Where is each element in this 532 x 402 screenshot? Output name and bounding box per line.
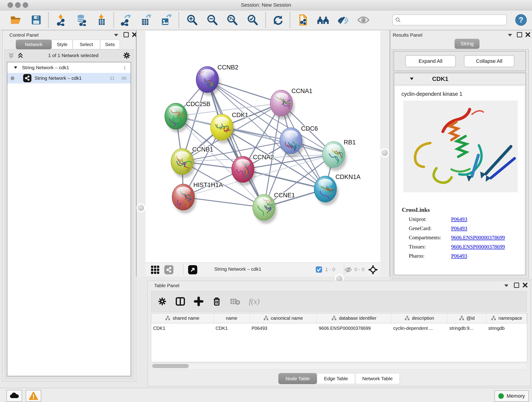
import-table-icon[interactable] xyxy=(95,13,108,26)
network-node-ccna1[interactable] xyxy=(270,90,294,119)
tree-expander-icon[interactable] xyxy=(13,65,18,70)
save-session-icon[interactable] xyxy=(30,13,43,26)
search-box[interactable] xyxy=(392,14,507,26)
network-collection-row[interactable]: String Network – cdk1 1 xyxy=(7,62,131,73)
network-node-rb1[interactable] xyxy=(322,141,347,171)
network-node-cdk1[interactable] xyxy=(210,114,235,143)
panel-float-icon[interactable] xyxy=(514,283,519,288)
table-cell[interactable]: CDK1 xyxy=(214,323,250,333)
fit-selected-crosshair-icon[interactable] xyxy=(368,265,378,274)
collapse-all-button[interactable]: Collapse All xyxy=(464,55,514,67)
network-share-icon[interactable] xyxy=(164,265,173,274)
panel-close-icon[interactable] xyxy=(525,32,530,37)
tab-string[interactable]: String xyxy=(455,39,480,49)
network-node-ccne1[interactable] xyxy=(253,194,277,224)
crosslink-link[interactable]: P06493 xyxy=(451,225,467,231)
table-row[interactable]: CDK1CDK1P064939606.ENSP00000378699cyclin… xyxy=(151,323,527,333)
zoom-out-icon[interactable] xyxy=(206,13,219,26)
network-node-ccna2[interactable] xyxy=(232,156,256,186)
crosslink-link[interactable]: P06493 xyxy=(451,216,467,222)
zoom-in-icon[interactable] xyxy=(186,13,198,26)
panel-close-icon[interactable] xyxy=(523,283,528,288)
hide-selected-eye-slash-icon[interactable] xyxy=(337,13,350,26)
collapse-section-icon[interactable] xyxy=(409,76,414,81)
network-view-canvas[interactable]: CCNB2CCNA1CDC25BCDK1CDC6RB1CCNB1CCNA2CDK… xyxy=(146,30,380,263)
network-node-ccnb2[interactable] xyxy=(196,66,220,96)
table-horizontal-scrollbar[interactable] xyxy=(151,363,527,370)
control-panel-title: Control Panel xyxy=(9,32,38,38)
apply-layout-icon[interactable] xyxy=(272,13,284,26)
network-node-cdkn1a[interactable] xyxy=(314,176,338,205)
zoom-selected-icon[interactable] xyxy=(246,13,259,26)
collapse-all-icon[interactable] xyxy=(8,52,15,59)
panel-menu-icon[interactable] xyxy=(114,34,118,36)
export-network-icon[interactable] xyxy=(120,13,133,26)
splitter-grip[interactable] xyxy=(381,150,388,156)
node-label-ccnb1: CCNB1 xyxy=(192,146,213,153)
table-cell[interactable]: CDK1 xyxy=(151,323,214,333)
add-column-icon[interactable] xyxy=(194,297,203,306)
open-session-icon[interactable] xyxy=(9,13,22,26)
column-header-name[interactable]: name xyxy=(214,313,250,323)
expand-all-icon[interactable] xyxy=(17,52,24,59)
right-splitter[interactable] xyxy=(380,30,390,277)
tab-select[interactable]: Select xyxy=(73,40,100,49)
crosslink-link[interactable]: P06493 xyxy=(451,253,467,259)
tab-style[interactable]: Style xyxy=(51,40,73,49)
zoom-fit-icon[interactable] xyxy=(226,13,239,26)
scrollbar-thumb[interactable] xyxy=(152,364,189,368)
splitter-grip[interactable] xyxy=(138,205,144,211)
network-node-cdc6[interactable] xyxy=(280,128,304,157)
expand-all-button[interactable]: Expand All xyxy=(405,55,456,67)
network-node-cdc25b[interactable] xyxy=(165,103,189,133)
split-columns-icon[interactable] xyxy=(176,297,185,306)
crosslink-link[interactable]: 9606.ENSP00000378699 xyxy=(451,235,505,241)
gear-icon[interactable] xyxy=(123,51,131,59)
tab-edge-table[interactable]: Edge Table xyxy=(317,373,355,384)
table-gear-icon[interactable] xyxy=(158,297,167,306)
tab-network-table[interactable]: Network Table xyxy=(355,373,400,384)
search-input[interactable] xyxy=(401,17,500,23)
import-network-database-icon[interactable] xyxy=(75,13,88,26)
first-neighbors-document-icon[interactable] xyxy=(297,13,309,26)
help-icon[interactable]: ? xyxy=(515,13,527,26)
memory-button[interactable]: Memory xyxy=(494,390,529,402)
birds-eye-view-icon[interactable] xyxy=(188,265,197,274)
export-table-icon[interactable] xyxy=(139,13,152,26)
table-cell[interactable]: stringdb:9... xyxy=(447,323,486,333)
column-header--id[interactable]: @id xyxy=(447,313,486,323)
crosslink-row: Uniprot:P06493 xyxy=(409,216,525,222)
tab-network[interactable]: Network xyxy=(16,40,51,49)
show-all-eye-icon[interactable] xyxy=(357,13,370,26)
hidden-eye-slash-icon[interactable] xyxy=(344,266,352,273)
import-network-file-icon[interactable] xyxy=(56,13,69,26)
panel-menu-icon[interactable] xyxy=(504,284,508,287)
column-header-canonical-name[interactable]: canonical name xyxy=(250,313,317,323)
cloud-status-button[interactable] xyxy=(6,390,22,402)
tab-sets[interactable]: Sets xyxy=(100,40,120,49)
grid-view-icon[interactable] xyxy=(151,265,160,274)
panel-float-icon[interactable] xyxy=(123,32,129,37)
network-node-hist1h1a[interactable] xyxy=(172,184,196,213)
table-cell[interactable]: cyclin-dependent ... xyxy=(391,323,447,333)
column-header-shared-name[interactable]: shared name xyxy=(151,313,214,323)
houses-icon[interactable] xyxy=(317,13,330,26)
delete-trash-icon[interactable] xyxy=(212,297,221,306)
crosslink-link[interactable]: 9606.ENSP00000378699 xyxy=(451,244,505,250)
column-header-description[interactable]: description xyxy=(391,313,447,323)
column-header-database-identifier[interactable]: database identifier xyxy=(317,313,391,323)
warnings-button[interactable] xyxy=(26,390,41,402)
table-cell[interactable]: stringdb xyxy=(486,323,527,333)
table-cell[interactable]: P06493 xyxy=(250,323,317,333)
table-cell[interactable]: 9606.ENSP00000378699 xyxy=(317,323,391,333)
function-builder-icon: f(x) xyxy=(249,297,260,306)
panel-menu-icon[interactable] xyxy=(508,34,512,36)
selected-checkbox-icon[interactable] xyxy=(316,266,322,273)
export-image-icon[interactable] xyxy=(159,13,172,26)
column-header-namespace[interactable]: namespace xyxy=(486,313,527,323)
panel-float-icon[interactable] xyxy=(517,32,522,37)
protein-card-header[interactable]: CDK1 xyxy=(394,73,526,85)
left-splitter[interactable] xyxy=(136,30,146,277)
tab-node-table[interactable]: Node Table xyxy=(278,373,317,384)
network-row-selected[interactable]: String Network – cdk1 11 48 xyxy=(7,73,131,83)
